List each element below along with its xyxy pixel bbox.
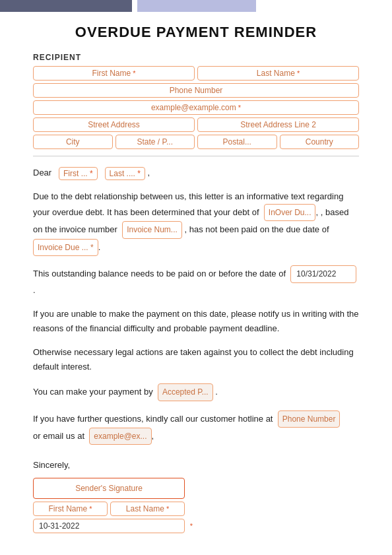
para1-end: , has not been paid on the due date of [184, 224, 329, 234]
para4: Otherwise necessary legal actions are ta… [33, 345, 359, 374]
email-input[interactable]: example@example.com [33, 100, 359, 115]
top-bar [0, 0, 392, 12]
divider [33, 156, 359, 156]
accepted-payment-input[interactable]: Accepted P... [158, 383, 213, 401]
invoice-due-input[interactable]: Invoice Due ... * [33, 239, 98, 256]
payment-post: . [33, 285, 36, 295]
contact-email-input[interactable]: example@ex... [89, 428, 151, 445]
top-bar-left [0, 0, 132, 12]
recipient-form: First Name Last Name Phone Number exampl… [33, 66, 359, 149]
amount-input[interactable]: InOver Du... [264, 204, 316, 221]
state-input[interactable]: State / P... [115, 135, 195, 149]
city-input[interactable]: City [33, 135, 113, 149]
closing-name-row: First Name Last Name [33, 502, 185, 516]
contact-mid: or email us at [33, 431, 84, 441]
contact-para: If you have further questions, kindly ca… [33, 410, 359, 445]
dear-label: Dear [33, 168, 51, 178]
top-bar-right [137, 0, 256, 12]
closing-last-name[interactable]: Last Name [110, 502, 185, 516]
closing-date-input[interactable]: 10-31-2022 [33, 519, 185, 533]
date-required-star: * [190, 522, 193, 530]
postal-input[interactable]: Postal... [197, 135, 277, 149]
last-name-input[interactable]: Last Name [197, 66, 359, 81]
body-paragraph-1: Due to the debt relationship between us,… [33, 189, 359, 256]
dear-line: Dear First ... * Last .... * , [33, 167, 359, 180]
sincerely-label: Sincerely, [33, 458, 359, 473]
street2-input[interactable]: Street Address Line 2 [197, 117, 359, 132]
contact-phone-input[interactable]: Phone Number [278, 410, 341, 428]
invoice-input[interactable]: Invoice Num... [122, 221, 182, 238]
city-state-row: City State / P... Postal... Country [33, 135, 359, 149]
street-row: Street Address Street Address Line 2 [33, 117, 359, 132]
first-name-input[interactable]: First Name [33, 66, 195, 81]
payment-pre: This outstanding balance needs to be pai… [33, 269, 286, 278]
signature-section: Sincerely, Sender's Signature First Name… [33, 458, 359, 533]
phone-row: Phone Number [33, 83, 359, 98]
payment-method-para: You can make your payment by Accepted P.… [33, 383, 359, 401]
dear-last-input[interactable]: Last .... * [105, 167, 145, 180]
name-row: First Name Last Name [33, 66, 359, 81]
closing-first-name[interactable]: First Name [33, 502, 108, 516]
para3: If you are unable to make the payment on… [33, 307, 359, 336]
signature-input[interactable]: Sender's Signature [33, 478, 185, 499]
dear-first-input[interactable]: First ... * [59, 167, 98, 180]
payment-deadline-para: This outstanding balance needs to be pai… [33, 265, 359, 297]
street1-input[interactable]: Street Address [33, 117, 195, 132]
payment-date-input[interactable]: 10/31/2022 [290, 265, 356, 282]
email-row: example@example.com [33, 100, 359, 115]
phone-input[interactable]: Phone Number [33, 83, 359, 98]
contact-pre: If you have further questions, kindly ca… [33, 413, 273, 423]
payment-method-post: . [215, 387, 218, 397]
country-input[interactable]: Country [280, 135, 360, 149]
page-title: OVERDUE PAYMENT REMINDER [33, 24, 359, 41]
recipient-label: RECIPIENT [33, 53, 359, 62]
payment-method-pre: You can make your payment by [33, 387, 153, 397]
